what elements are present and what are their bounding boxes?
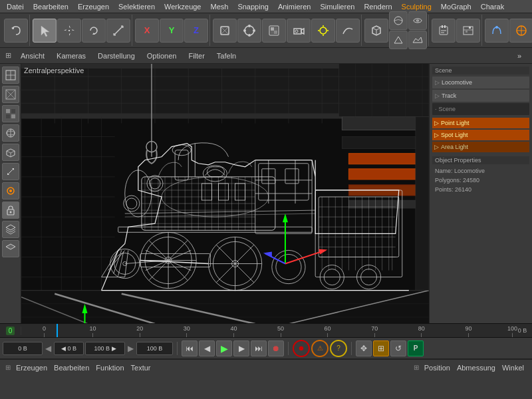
bt-bearbeiten[interactable]: Bearbeiten bbox=[51, 364, 92, 372]
sphere-button[interactable] bbox=[389, 11, 408, 30]
svg-rect-18 bbox=[274, 27, 277, 31]
bt-textur[interactable]: Textur bbox=[128, 364, 154, 372]
transform-group: X Y Z bbox=[134, 15, 210, 46]
menu-bearbeiten[interactable]: Bearbeiten bbox=[29, 1, 72, 12]
viewport-kameras[interactable]: Kameras bbox=[51, 51, 91, 61]
cone-button[interactable] bbox=[389, 31, 408, 49]
viewport-ansicht[interactable]: Ansicht bbox=[15, 51, 50, 61]
keyframe-button[interactable] bbox=[432, 19, 456, 43]
bt-winkel[interactable]: Winkel bbox=[499, 364, 527, 372]
scene-item-orange-2[interactable]: ▷Spot Light bbox=[432, 130, 529, 140]
svg-rect-110 bbox=[348, 200, 422, 208]
menu-rendern[interactable]: Rendern bbox=[360, 1, 396, 12]
tl-mark-10: 10 bbox=[90, 324, 96, 337]
pb-nav-4[interactable]: P bbox=[408, 340, 424, 356]
pb-field-end[interactable]: 100 B ▶ bbox=[85, 342, 125, 355]
menu-snapping[interactable]: Snapping bbox=[233, 1, 273, 12]
pb-record[interactable]: ⏺ bbox=[268, 340, 284, 356]
pb-nav-3[interactable]: ↺ bbox=[390, 340, 406, 356]
pb-status-orange[interactable]: ⚠ bbox=[311, 340, 329, 357]
bt-erzeugen[interactable]: Erzeugen bbox=[13, 364, 50, 372]
camera-button[interactable] bbox=[287, 19, 311, 43]
curve-button[interactable] bbox=[336, 19, 360, 43]
menu-animieren[interactable]: Animieren bbox=[274, 1, 315, 12]
timeline-playhead[interactable] bbox=[57, 324, 58, 337]
object-mode-button[interactable] bbox=[213, 19, 237, 43]
pb-to-start[interactable]: ⏮ bbox=[182, 340, 198, 356]
menu-datei[interactable]: Datei bbox=[3, 1, 28, 12]
left-view-button[interactable] bbox=[2, 66, 19, 84]
undo-button[interactable] bbox=[4, 19, 28, 43]
torus-button[interactable] bbox=[408, 11, 427, 30]
viewport-filter[interactable]: Filter bbox=[183, 51, 209, 61]
pb-status-red[interactable]: ⏺ bbox=[293, 340, 310, 357]
transform-y-button[interactable]: Y bbox=[160, 19, 184, 43]
deform-button[interactable] bbox=[485, 19, 509, 43]
left-layers-button[interactable] bbox=[2, 221, 19, 238]
svg-point-14 bbox=[243, 29, 246, 32]
constraint-button[interactable] bbox=[509, 19, 532, 43]
timeline-start: 0 bbox=[0, 327, 21, 335]
transform-z-button[interactable]: Z bbox=[184, 19, 208, 43]
bt-funktion[interactable]: Funktion bbox=[93, 364, 126, 372]
menu-selektieren[interactable]: Selektieren bbox=[114, 1, 159, 12]
viewport[interactable]: Zentralperspektive bbox=[21, 64, 429, 323]
menu-mograph[interactable]: MoGraph bbox=[437, 1, 475, 12]
tl-mark-40: 40 bbox=[230, 324, 237, 337]
landscape-button[interactable] bbox=[408, 31, 427, 49]
move-tool-button[interactable] bbox=[57, 19, 81, 43]
left-extra1-button[interactable] bbox=[2, 240, 19, 257]
menu-erzeugen[interactable]: Erzeugen bbox=[74, 1, 113, 12]
pb-play[interactable]: ▶ bbox=[216, 340, 232, 356]
left-snap-button[interactable] bbox=[2, 182, 19, 200]
timeline: 0 0 10 20 30 40 50 60 70 80 90 100 0 B bbox=[0, 323, 532, 338]
menu-sculpting[interactable]: Sculpting bbox=[398, 1, 436, 12]
bt-position[interactable]: Position bbox=[422, 364, 453, 372]
component-mode-button[interactable] bbox=[237, 19, 261, 43]
pb-field-frame[interactable]: ◀ 0 B bbox=[54, 342, 84, 355]
pb-next-frame[interactable]: ▶ bbox=[233, 340, 249, 356]
menu-mesh[interactable]: Mesh bbox=[206, 1, 232, 12]
left-material-button[interactable] bbox=[2, 105, 19, 122]
pb-nav-2[interactable]: ⊞ bbox=[373, 340, 389, 356]
pb-field-max[interactable]: 100 B bbox=[136, 342, 173, 355]
menu-bar: Datei Bearbeiten Erzeugen Selektieren We… bbox=[0, 0, 532, 13]
tl-mark-0: 0 bbox=[43, 324, 46, 337]
pb-status-yellow[interactable]: ? bbox=[330, 340, 347, 357]
rotate-tool-button[interactable] bbox=[82, 19, 106, 43]
left-texture-button[interactable] bbox=[2, 86, 19, 103]
menu-werkzeuge[interactable]: Werkzeuge bbox=[160, 1, 205, 12]
viewport-expand[interactable]: » bbox=[512, 51, 527, 61]
pb-nav-1[interactable]: ✥ bbox=[356, 340, 372, 356]
menu-charak[interactable]: Charak bbox=[477, 1, 508, 12]
left-axis-button[interactable] bbox=[2, 163, 19, 180]
scene-item-3[interactable]: · Scene bbox=[432, 103, 529, 115]
svg-rect-111 bbox=[416, 116, 429, 290]
cube-button[interactable] bbox=[364, 19, 388, 43]
light-button[interactable] bbox=[311, 19, 335, 43]
scale-tool-button[interactable] bbox=[106, 19, 130, 43]
left-grid-button[interactable] bbox=[2, 124, 19, 142]
scene-3d[interactable]: Y bbox=[21, 64, 429, 323]
render-button[interactable] bbox=[262, 19, 286, 43]
left-lock-button[interactable] bbox=[2, 201, 19, 219]
pb-to-end[interactable]: ⏭ bbox=[251, 340, 267, 356]
svg-point-22 bbox=[295, 30, 298, 33]
left-cube-button[interactable] bbox=[2, 144, 19, 161]
viewport-darstellung[interactable]: Darstellung bbox=[92, 51, 140, 61]
pb-field-current[interactable]: 0 B bbox=[3, 342, 43, 355]
scene-item-orange-3[interactable]: ▷Area Light bbox=[432, 142, 529, 152]
viewport-optionen[interactable]: Optionen bbox=[142, 51, 182, 61]
scene-item-2[interactable]: ▷ Track bbox=[432, 90, 529, 102]
menu-simulieren[interactable]: Simulieren bbox=[316, 1, 358, 12]
viewport-tafeln[interactable]: Tafeln bbox=[211, 51, 241, 61]
props-name: Name: Locomotive bbox=[432, 166, 529, 176]
bt-abmessung[interactable]: Abmessung bbox=[454, 364, 498, 372]
scene-item-1[interactable]: ▷ Locomotive bbox=[432, 76, 529, 88]
scene-item-orange-1[interactable]: ▷Point Light bbox=[432, 118, 529, 128]
timeline-button[interactable] bbox=[456, 19, 480, 43]
select-tool-button[interactable] bbox=[33, 19, 57, 43]
transform-x-button[interactable]: X bbox=[135, 19, 159, 43]
pb-prev-frame[interactable]: ◀ bbox=[199, 340, 215, 356]
timeline-ruler[interactable]: 0 10 20 30 40 50 60 70 80 90 100 bbox=[43, 324, 512, 337]
